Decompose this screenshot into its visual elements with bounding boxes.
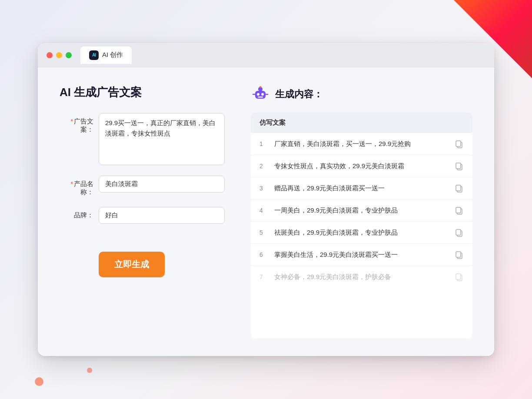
svg-rect-12: [456, 163, 461, 169]
ad-copy-input[interactable]: 29.9买一送一，真正的厂家直销，美白淡斑霜，专抹女性斑点: [99, 113, 225, 165]
row-number-6: 6: [259, 251, 268, 258]
copy-icon-2[interactable]: [454, 161, 464, 171]
product-required: *: [70, 180, 73, 187]
ad-copy-row: *广告文案： 29.9买一送一，真正的厂家直销，美白淡斑霜，专抹女性斑点: [60, 113, 225, 165]
row-text-5: 祛斑美白，29.9元美白淡斑霜，专业护肤品: [274, 229, 448, 237]
copy-icon-4[interactable]: [454, 206, 464, 215]
close-button[interactable]: [47, 52, 53, 58]
row-text-7: 女神必备，29.9元美白淡斑霜，护肤必备: [274, 273, 448, 281]
table-row-dimmed: 7 女神必备，29.9元美白淡斑霜，护肤必备: [251, 266, 472, 288]
row-text-3: 赠品再送，29.9元美白淡斑霜买一送一: [274, 184, 448, 193]
row-text-4: 一周美白，29.9元美白淡斑霜，专业护肤品: [274, 206, 448, 215]
ad-copy-required: *: [70, 117, 73, 125]
product-name-row: *产品名称：: [60, 176, 225, 196]
traffic-lights: [47, 52, 72, 58]
table-row: 3 赠品再送，29.9元美白淡斑霜买一送一: [251, 177, 472, 200]
row-number-7: 7: [259, 273, 268, 280]
svg-rect-4: [258, 96, 263, 98]
minimize-button[interactable]: [56, 52, 62, 58]
table-header: 仿写文案: [251, 113, 472, 133]
row-number-2: 2: [259, 163, 268, 170]
row-number-1: 1: [259, 140, 268, 147]
table-row: 5 祛斑美白，29.9元美白淡斑霜，专业护肤品: [251, 222, 472, 244]
left-panel: AI 生成广告文案 *广告文案： 29.9买一送一，真正的厂家直销，美白淡斑霜，…: [60, 85, 225, 339]
row-text-2: 专抹女性斑点，真实功效，29.9元美白淡斑霜: [274, 162, 448, 170]
table-row: 2 专抹女性斑点，真实功效，29.9元美白淡斑霜: [251, 155, 472, 177]
right-panel: 生成内容： 仿写文案 1 厂家直销，美白淡斑霜，买一送一，29.9元抢购 2 专…: [251, 85, 472, 339]
row-text-6: 掌握美白生活，29.9元美白淡斑霜买一送一: [274, 251, 448, 259]
svg-point-6: [259, 86, 261, 88]
tab-title: AI 创作: [102, 51, 123, 59]
copy-icon-6[interactable]: [454, 250, 464, 259]
results-table: 仿写文案 1 厂家直销，美白淡斑霜，买一送一，29.9元抢购 2 专抹女性斑点，…: [251, 113, 472, 339]
generate-button[interactable]: 立即生成: [99, 252, 165, 277]
svg-rect-22: [456, 274, 461, 279]
svg-rect-14: [456, 185, 461, 191]
row-number-5: 5: [259, 229, 268, 236]
page-title: AI 生成广告文案: [60, 85, 225, 100]
brand-row: 品牌：: [60, 207, 225, 224]
browser-window: AI AI 创作 AI 生成广告文案 *广告文案： 29.9买一送一，真正的厂家…: [38, 43, 494, 356]
result-header: 生成内容：: [251, 85, 472, 104]
svg-point-3: [261, 93, 264, 96]
robot-icon: [251, 85, 270, 104]
brand-input[interactable]: [99, 207, 225, 224]
browser-chrome: AI AI 创作: [38, 43, 494, 67]
ai-tab[interactable]: AI AI 创作: [80, 47, 132, 64]
svg-rect-18: [456, 229, 461, 235]
svg-rect-20: [456, 252, 461, 257]
result-title: 生成内容：: [275, 88, 323, 101]
copy-icon-1[interactable]: [454, 139, 464, 149]
svg-rect-16: [456, 207, 461, 213]
copy-icon-3[interactable]: [454, 183, 464, 193]
copy-icon-5[interactable]: [454, 228, 464, 237]
decorative-dot-2: [87, 368, 92, 373]
svg-rect-10: [456, 141, 461, 146]
main-content: AI 生成广告文案 *广告文案： 29.9买一送一，真正的厂家直销，美白淡斑霜，…: [38, 67, 494, 356]
row-text-1: 厂家直销，美白淡斑霜，买一送一，29.9元抢购: [274, 140, 448, 148]
row-number-4: 4: [259, 207, 268, 214]
copy-icon-7[interactable]: [454, 272, 464, 282]
table-row: 6 掌握美白生活，29.9元美白淡斑霜买一送一: [251, 244, 472, 266]
row-number-3: 3: [259, 185, 268, 192]
decorative-dot-1: [35, 377, 43, 386]
svg-point-2: [257, 93, 259, 96]
brand-label: 品牌：: [60, 207, 99, 219]
product-input[interactable]: [99, 176, 225, 193]
table-row: 4 一周美白，29.9元美白淡斑霜，专业护肤品: [251, 200, 472, 222]
tab-icon: AI: [89, 50, 99, 60]
ad-copy-label: *广告文案：: [60, 113, 99, 134]
table-row: 1 厂家直销，美白淡斑霜，买一送一，29.9元抢购: [251, 133, 472, 155]
maximize-button[interactable]: [66, 52, 72, 58]
product-label: *产品名称：: [60, 176, 99, 196]
